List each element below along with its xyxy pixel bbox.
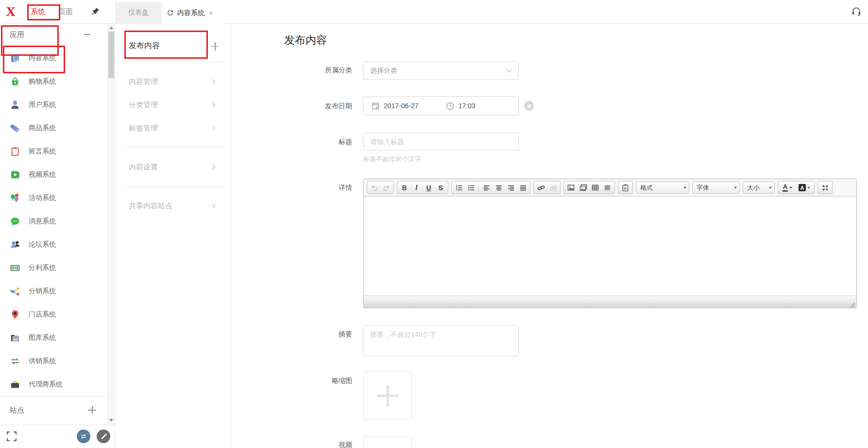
- tab-dashboard[interactable]: 仪表盘: [115, 2, 162, 23]
- publish-date-label: 发布日期: [232, 102, 352, 111]
- refresh-icon[interactable]: [167, 9, 174, 17]
- date-segment[interactable]: 2017-06-27: [372, 102, 419, 110]
- chevron-right-icon: [212, 79, 216, 84]
- chevron-right-icon: [212, 102, 216, 108]
- clipboard-icon: [10, 146, 20, 157]
- submenu-item-content-management[interactable]: 内容管理: [115, 70, 231, 93]
- editor-toolbar: 格式 字体 大小 A A: [364, 179, 856, 197]
- app-section-title: 应用: [10, 30, 24, 39]
- edit-pencil-button[interactable]: [97, 430, 110, 443]
- ordered-list-button[interactable]: [453, 182, 465, 193]
- paste-from-word-button[interactable]: [619, 182, 631, 193]
- title-label: 标题: [232, 138, 352, 147]
- align-center-button[interactable]: [493, 182, 505, 193]
- thumbnail-label: 略缩图: [232, 377, 352, 385]
- underline-button[interactable]: [423, 182, 435, 193]
- topbar-left: X 系统 页面: [0, 0, 116, 23]
- resize-grip-icon[interactable]: [850, 302, 855, 307]
- editor-status-bar: [364, 296, 856, 308]
- sidebar-item-goods-system[interactable]: 商品系统: [0, 116, 108, 140]
- align-right-button[interactable]: [505, 182, 517, 193]
- undo-button[interactable]: [368, 182, 380, 193]
- pin-icon[interactable]: [90, 7, 100, 17]
- add-site-button[interactable]: [88, 406, 96, 414]
- sidebar-item-store-system[interactable]: 门店系统: [0, 303, 108, 326]
- page-title: 发布内容: [284, 33, 327, 48]
- sidebar-item-message-board-system[interactable]: 留言系统: [0, 140, 108, 163]
- unlink-button[interactable]: [547, 182, 559, 193]
- content-pages-icon: [10, 53, 20, 64]
- editor-content-area[interactable]: [364, 197, 856, 296]
- image-button[interactable]: [565, 182, 577, 193]
- tab-content-system-label: 内容系统: [177, 9, 204, 17]
- strikethrough-button[interactable]: [435, 182, 447, 193]
- sidebar-item-shopping-system[interactable]: 购物系统: [0, 70, 108, 93]
- clear-date-button[interactable]: [524, 101, 534, 111]
- italic-button[interactable]: [410, 182, 423, 193]
- align-left-button[interactable]: [480, 182, 493, 193]
- background-color-button[interactable]: A: [796, 182, 813, 193]
- text-color-button[interactable]: A: [779, 182, 796, 193]
- bold-button[interactable]: [398, 182, 410, 193]
- sidebar-item-distribution-system[interactable]: 分销系统: [0, 280, 108, 303]
- submenu-item-category-management[interactable]: 分类管理: [115, 93, 231, 116]
- submenu-add-icon[interactable]: [211, 42, 218, 50]
- gallery-image-button[interactable]: [577, 182, 589, 193]
- sidebar-item-gallery-system[interactable]: 图库系统: [0, 326, 108, 349]
- sidebar-item-supply-system[interactable]: 供销系统: [0, 349, 108, 373]
- horizontal-rule-button[interactable]: [601, 182, 613, 193]
- sidebar-item-forum-system[interactable]: 论坛系统: [0, 233, 108, 256]
- scroll-up-arrow[interactable]: [109, 26, 113, 29]
- redo-button[interactable]: [380, 182, 392, 193]
- headset-icon[interactable]: [851, 6, 862, 17]
- category-select[interactable]: 选择分类: [363, 62, 519, 80]
- summary-textarea[interactable]: [363, 325, 519, 356]
- justify-button[interactable]: [517, 182, 529, 193]
- divider: [122, 62, 224, 62]
- submenu-item-content-settings[interactable]: 内容设置: [115, 155, 231, 179]
- fullscreen-icon[interactable]: [6, 431, 17, 442]
- video-upload-box[interactable]: [363, 436, 412, 448]
- font-dropdown[interactable]: 字体: [692, 182, 740, 194]
- tab-close-icon[interactable]: ×: [209, 9, 213, 17]
- table-button[interactable]: [589, 182, 601, 193]
- unordered-list-button[interactable]: [465, 182, 477, 193]
- app-section-header: 应用: [0, 23, 108, 46]
- maximize-button[interactable]: [819, 182, 831, 193]
- sidebar-item-user-system[interactable]: 用户系统: [0, 93, 108, 116]
- app-logo[interactable]: X: [6, 5, 16, 18]
- time-segment[interactable]: 17:03: [446, 102, 476, 110]
- date-value: 2017-06-27: [384, 102, 419, 110]
- size-dropdown[interactable]: 大小: [743, 182, 775, 194]
- sidebar-item-message-system[interactable]: 消息系统: [0, 210, 108, 233]
- text-color-A-icon: A: [783, 183, 788, 192]
- app-sidebar: 应用 内容系统 购物系统 用户系统 商品系统 留言系统 视频系统 活动系统 消息…: [0, 23, 115, 448]
- category-select-value: 选择分类: [370, 66, 397, 75]
- tab-content-system[interactable]: 内容系统 ×: [162, 2, 222, 24]
- format-dropdown[interactable]: 格式: [636, 182, 689, 194]
- link-button[interactable]: [535, 182, 547, 193]
- chat-bubble-icon: [10, 216, 20, 227]
- publish-date-picker[interactable]: 2017-06-27 17:03: [363, 96, 519, 116]
- sidebar-item-video-system[interactable]: 视频系统: [0, 163, 108, 186]
- scrollbar-thumb[interactable]: [108, 32, 114, 78]
- sidebar-item-content-system[interactable]: 内容系统: [0, 47, 108, 70]
- sidebar-item-agent-system[interactable]: 代理商系统: [0, 373, 108, 396]
- bg-color-A-icon: A: [799, 184, 806, 191]
- sidebar-scrollbar[interactable]: [107, 23, 115, 425]
- summary-label: 摘要: [232, 330, 352, 339]
- title-input[interactable]: [363, 133, 519, 150]
- thumbnail-upload-box[interactable]: [363, 371, 412, 420]
- scroll-down-arrow[interactable]: [109, 419, 113, 422]
- sidebar-item-profit-system[interactable]: 分利系统: [0, 256, 108, 280]
- video-play-icon: [10, 169, 20, 180]
- submenu-item-tag-management[interactable]: 标签管理: [115, 116, 231, 140]
- nav-page[interactable]: 页面: [58, 7, 73, 17]
- swap-mode-button[interactable]: [77, 430, 90, 443]
- sidebar-item-activity-system[interactable]: 活动系统: [0, 186, 108, 210]
- collapse-minus-icon[interactable]: [84, 34, 90, 35]
- nav-system[interactable]: 系统: [31, 7, 45, 17]
- submenu-item-shared-content-sites[interactable]: 共享内容站点: [115, 194, 231, 217]
- rich-text-editor: 格式 字体 大小 A A: [363, 179, 857, 308]
- title-hint: 标题不超过30个汉字: [363, 155, 421, 164]
